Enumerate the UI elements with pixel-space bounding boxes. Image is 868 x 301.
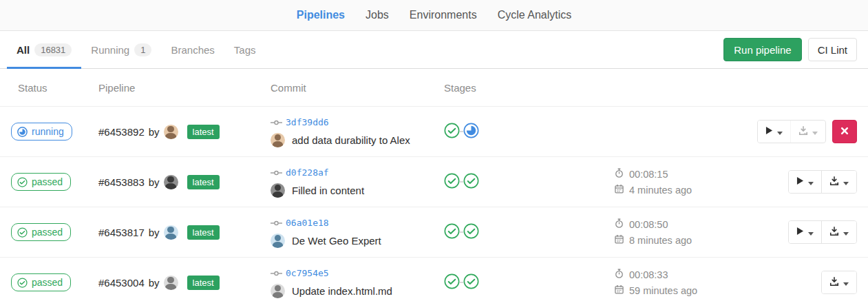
actions-cell — [757, 170, 857, 194]
manual-actions-dropdown[interactable] — [789, 221, 821, 243]
cancel-pipeline-button[interactable] — [832, 120, 857, 143]
commit-author-avatar[interactable] — [271, 183, 285, 198]
commit-sha-link[interactable]: 06a01e18 — [286, 218, 329, 228]
pipeline-duration: 00:08:50 — [629, 219, 668, 230]
status-cell: passed — [11, 223, 98, 241]
pipeline-time-ago: 59 minutes ago — [629, 285, 697, 296]
status-cell: running — [11, 123, 98, 141]
pipeline-link[interactable]: #6453892 — [98, 126, 145, 138]
nav-item-environments[interactable]: Environments — [410, 9, 477, 21]
passed-icon — [17, 278, 28, 288]
caret-down-icon — [808, 177, 814, 187]
tab-all-count: 16831 — [34, 43, 72, 56]
pipeline-cell: #6453817 by latest — [98, 225, 271, 240]
tab-all[interactable]: All 16831 — [7, 31, 81, 68]
stage-passed-icon[interactable] — [463, 273, 479, 292]
latest-badge: latest — [187, 125, 220, 139]
artifacts-dropdown[interactable] — [821, 171, 856, 193]
tab-bar-actions: Run pipeline CI Lint — [723, 31, 857, 68]
status-badge-passed[interactable]: passed — [11, 273, 71, 291]
commit-cell: d0f228af Filled in content — [271, 167, 444, 198]
caret-down-icon — [843, 227, 849, 238]
stage-passed-icon[interactable] — [463, 223, 479, 242]
nav-item-cycle-analytics[interactable]: Cycle Analytics — [498, 9, 572, 21]
tab-tags[interactable]: Tags — [224, 31, 266, 68]
run-pipeline-button[interactable]: Run pipeline — [723, 38, 801, 61]
stage-passed-icon[interactable] — [444, 273, 460, 292]
stage-passed-icon[interactable] — [444, 223, 460, 242]
nav-item-pipelines[interactable]: Pipelines — [297, 9, 345, 21]
header-commit: Commit — [271, 82, 444, 94]
tab-branches[interactable]: Branches — [161, 31, 224, 68]
pipelines-table-header: Status Pipeline Commit Stages — [0, 69, 868, 107]
stages-cell — [444, 273, 609, 292]
status-label: passed — [32, 176, 63, 187]
avatar[interactable] — [164, 276, 178, 290]
actions-cell — [757, 271, 857, 294]
artifacts-download-icon — [798, 126, 808, 138]
artifacts-dropdown[interactable] — [822, 271, 856, 293]
timing-cell: 00:08:15 4 minutes ago — [609, 168, 757, 196]
pipeline-link[interactable]: #6453004 — [98, 277, 145, 289]
commit-author-avatar[interactable] — [271, 133, 285, 147]
pipeline-cell: #6453004 by latest — [98, 276, 271, 290]
status-label: running — [32, 126, 64, 137]
artifacts-download-icon — [829, 227, 839, 238]
running-icon — [17, 127, 28, 137]
pipeline-time-ago: 8 minutes ago — [629, 235, 692, 246]
status-label: passed — [32, 277, 63, 288]
pipeline-cell: #6453892 by latest — [98, 125, 271, 139]
actions-cell — [757, 120, 857, 143]
commit-message-link[interactable]: Filled in content — [292, 185, 364, 196]
status-badge-passed[interactable]: passed — [11, 223, 71, 241]
commit-sha-link[interactable]: d0f228af — [286, 167, 329, 178]
tab-running[interactable]: Running 1 — [81, 31, 161, 68]
calendar-icon — [615, 234, 624, 246]
status-cell: passed — [11, 173, 98, 191]
stage-passed-icon[interactable] — [444, 123, 460, 141]
ci-lint-button[interactable]: CI Lint — [808, 38, 857, 61]
stage-running-icon[interactable] — [463, 123, 479, 141]
status-cell: passed — [11, 273, 98, 291]
actions-cell — [757, 220, 857, 244]
calendar-icon — [615, 184, 624, 196]
commit-cell: 06a01e18 De Wet Geo Expert — [271, 217, 444, 248]
artifacts-dropdown[interactable] — [790, 121, 825, 143]
commit-message-link[interactable]: De Wet Geo Expert — [292, 235, 381, 247]
avatar[interactable] — [164, 125, 178, 139]
commit-author-avatar[interactable] — [271, 233, 285, 248]
commit-message-link[interactable]: Update index.html.md — [292, 285, 392, 297]
commit-sha-link[interactable]: 3df39dd6 — [286, 117, 329, 127]
pipeline-row: passed #6453817 by latest 06a01e18 De We… — [0, 207, 868, 258]
avatar[interactable] — [164, 225, 178, 240]
pipeline-actions-group — [757, 120, 826, 143]
timer-icon — [615, 168, 624, 180]
by-label: by — [149, 277, 160, 289]
nav-item-jobs[interactable]: Jobs — [366, 9, 389, 21]
caret-down-icon — [843, 177, 849, 187]
play-icon — [796, 227, 804, 238]
manual-actions-dropdown[interactable] — [789, 171, 821, 193]
timer-icon — [615, 269, 624, 280]
stage-passed-icon[interactable] — [444, 173, 460, 191]
commit-message-link[interactable]: add data durability to Alex — [292, 134, 410, 146]
latest-badge: latest — [187, 225, 220, 240]
status-badge-running[interactable]: running — [11, 123, 72, 141]
header-status: Status — [11, 82, 98, 94]
commit-icon — [271, 217, 282, 229]
pipeline-link[interactable]: #6453883 — [98, 176, 145, 188]
header-stages: Stages — [444, 82, 609, 94]
status-badge-passed[interactable]: passed — [11, 173, 71, 191]
status-label: passed — [32, 227, 63, 238]
timer-icon — [615, 218, 624, 230]
commit-author-avatar[interactable] — [271, 284, 285, 298]
artifacts-dropdown[interactable] — [821, 221, 856, 243]
avatar[interactable] — [164, 175, 178, 189]
tab-tags-label: Tags — [234, 44, 256, 56]
manual-actions-dropdown[interactable] — [758, 121, 790, 143]
passed-icon — [17, 227, 28, 238]
commit-sha-link[interactable]: 0c7954e5 — [286, 268, 329, 278]
pipeline-link[interactable]: #6453817 — [98, 227, 145, 238]
stage-passed-icon[interactable] — [463, 173, 479, 191]
commit-icon — [271, 167, 282, 178]
